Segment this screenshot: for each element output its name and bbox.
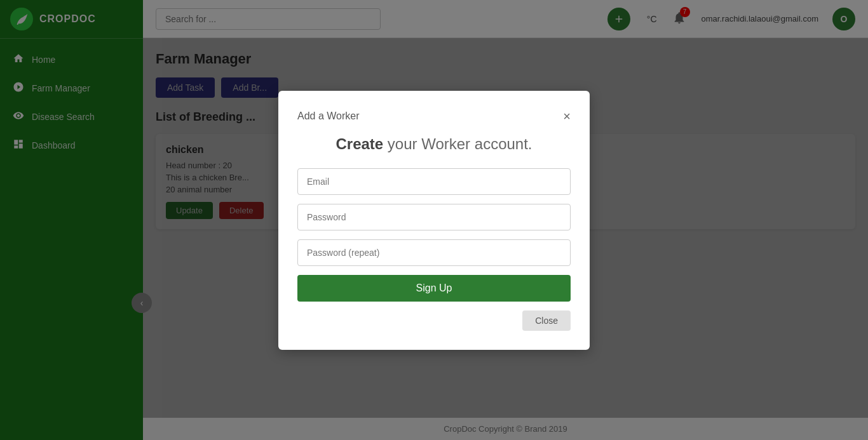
modal-header: Add a Worker × bbox=[297, 110, 571, 123]
signup-button[interactable]: Sign Up bbox=[297, 275, 571, 302]
modal-title-rest: your Worker account. bbox=[383, 135, 532, 152]
add-worker-modal: Add a Worker × Create your Worker accoun… bbox=[278, 91, 590, 350]
email-field[interactable] bbox=[297, 168, 571, 195]
modal-body-heading: Create your Worker account. bbox=[297, 135, 571, 153]
modal-overlay: Add a Worker × Create your Worker accoun… bbox=[0, 0, 868, 440]
modal-close-x-button[interactable]: × bbox=[563, 110, 571, 123]
password-field[interactable] bbox=[297, 204, 571, 230]
modal-title-bold: Create bbox=[336, 135, 383, 152]
modal-footer: Close bbox=[297, 310, 571, 331]
modal-title: Add a Worker bbox=[297, 110, 360, 122]
close-modal-button[interactable]: Close bbox=[522, 310, 571, 331]
password-repeat-field[interactable] bbox=[297, 239, 571, 266]
